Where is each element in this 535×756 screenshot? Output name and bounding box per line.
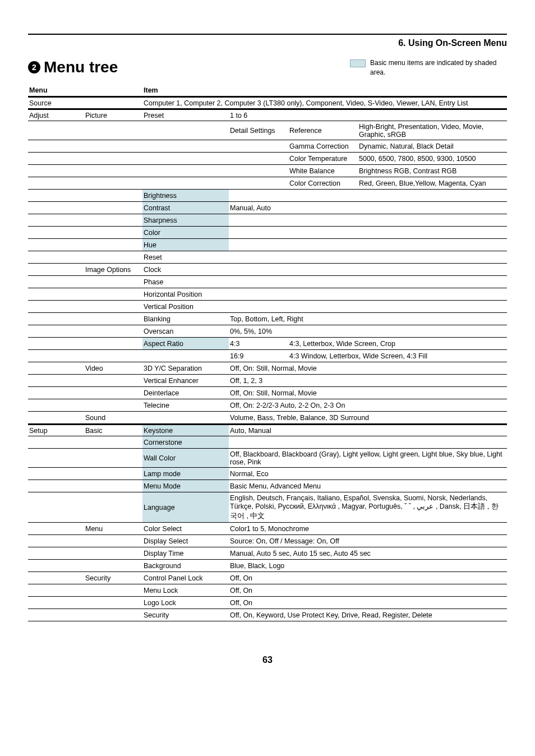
value-cell: Dynamic, Natural, Black Detail bbox=[358, 140, 507, 152]
table-row: Gamma CorrectionDynamic, Natural, Black … bbox=[28, 140, 507, 153]
table-row: BackgroundBlue, Black, Logo bbox=[28, 560, 507, 572]
table-row: TelecineOff, On: 2-2/2-3 Auto, 2-2 On, 2… bbox=[28, 399, 507, 412]
table-row: SourceComputer 1, Computer 2, Computer 3… bbox=[28, 96, 507, 109]
submenu-cell: Menu bbox=[84, 523, 142, 534]
legend-text: Basic menu items are indicated by shaded… bbox=[370, 58, 507, 77]
item-cell: Phase bbox=[142, 276, 229, 288]
table-row: SetupBasicKeystoneAuto, Manual bbox=[28, 424, 507, 436]
table-row: Color Temperature5000, 6500, 7800, 8500,… bbox=[28, 153, 507, 165]
item-cell: Background bbox=[142, 560, 229, 571]
table-row: Sharpness bbox=[28, 214, 507, 227]
item-cell: Reset bbox=[142, 251, 229, 263]
submenu-cell: Video bbox=[84, 362, 142, 374]
table-row: Wall ColorOff, Blackboard, Blackboard (G… bbox=[28, 449, 507, 468]
table-row: Image OptionsClock bbox=[28, 264, 507, 276]
item-cell: Preset bbox=[142, 110, 229, 121]
table-row: Reset bbox=[28, 251, 507, 264]
section-header: 6. Using On-Screen Menu bbox=[28, 38, 507, 48]
table-row: 16:94:3 Window, Letterbox, Wide Screen, … bbox=[28, 350, 507, 362]
col-header-item: Item bbox=[142, 84, 229, 96]
value-cell: Off, On bbox=[229, 572, 507, 584]
value-cell: Off, On bbox=[229, 597, 507, 609]
table-row: Display SelectSource: On, Off / Message:… bbox=[28, 535, 507, 547]
item-cell: Color Select bbox=[142, 523, 229, 534]
table-row: LanguageEnglish, Deutsch, Français, Ital… bbox=[28, 492, 507, 523]
submenu-cell: Basic bbox=[84, 425, 142, 436]
item-cell: Sharpness bbox=[142, 214, 229, 226]
item-cell: Lamp mode bbox=[142, 468, 229, 480]
sub-item-cell: Detail Settings bbox=[229, 121, 288, 140]
item-cell: Security bbox=[142, 609, 229, 621]
value-cell: Volume, Bass, Treble, Balance, 3D Surrou… bbox=[229, 412, 507, 423]
submenu-cell: Sound bbox=[84, 412, 142, 423]
sub-item-cell: Manual, Auto bbox=[229, 202, 288, 214]
param-cell: White Balance bbox=[288, 165, 358, 177]
table-row: BlankingTop, Bottom, Left, Right bbox=[28, 313, 507, 325]
submenu-cell: Image Options bbox=[84, 264, 142, 275]
item-cell: Control Panel Lock bbox=[142, 572, 229, 584]
value-cell: Basic Menu, Advanced Menu bbox=[229, 480, 507, 492]
table-row: Phase bbox=[28, 276, 507, 288]
value-cell: Normal, Eco bbox=[229, 468, 507, 480]
item-cell: Overscan bbox=[142, 325, 229, 337]
item-cell: Telecine bbox=[142, 399, 229, 411]
table-row: Vertical Position bbox=[28, 301, 507, 313]
table-row: White BalanceBrightness RGB, Contrast RG… bbox=[28, 165, 507, 177]
legend: Basic menu items are indicated by shaded… bbox=[350, 58, 507, 77]
menu-tree-table: Menu Item SourceComputer 1, Computer 2, … bbox=[28, 84, 507, 621]
table-row: Horizontal Position bbox=[28, 288, 507, 301]
legend-swatch bbox=[350, 59, 366, 67]
menu-cell: Setup bbox=[28, 425, 84, 436]
value-cell: Computer 1, Computer 2, Computer 3 (LT38… bbox=[142, 98, 507, 108]
table-row: AdjustPicturePreset1 to 6 bbox=[28, 109, 507, 121]
value-cell: High-Bright, Presentation, Video, Movie,… bbox=[358, 121, 507, 140]
value-cell: Off, On, Keyword, Use Protect Key, Drive… bbox=[229, 609, 507, 621]
item-cell: Vertical Position bbox=[142, 301, 229, 312]
item-cell: Horizontal Position bbox=[142, 288, 229, 300]
item-cell: Vertical Enhancer bbox=[142, 375, 229, 386]
menu-cell: Adjust bbox=[28, 110, 84, 121]
value-cell: Brightness RGB, Contrast RGB bbox=[358, 165, 507, 177]
item-cell: Brightness bbox=[142, 190, 229, 201]
item-cell: Clock bbox=[142, 264, 229, 275]
value-cell: Source: On, Off / Message: On, Off bbox=[229, 535, 507, 547]
table-row: Logo LockOff, On bbox=[28, 597, 507, 609]
value-cell: 4:3 Window, Letterbox, Wide Screen, 4:3 … bbox=[288, 350, 507, 362]
item-cell: Deinterlace bbox=[142, 387, 229, 399]
item-cell: Display Time bbox=[142, 547, 229, 559]
sub-item-cell: 1 to 6 bbox=[229, 110, 288, 121]
bullet-number: 2 bbox=[28, 61, 40, 73]
value-cell: Red, Green, Blue,Yellow, Magenta, Cyan bbox=[358, 177, 507, 189]
table-row: Detail SettingsReferenceHigh-Bright, Pre… bbox=[28, 121, 507, 140]
table-row: Display TimeManual, Auto 5 sec, Auto 15 … bbox=[28, 547, 507, 560]
submenu-cell: Security bbox=[84, 572, 142, 584]
table-row: Brightness bbox=[28, 190, 507, 202]
item-cell: Menu Lock bbox=[142, 584, 229, 596]
table-row: Cornerstone bbox=[28, 436, 507, 449]
item-cell: Contrast bbox=[142, 202, 229, 214]
item-cell: Cornerstone bbox=[142, 436, 229, 448]
table-row: MenuColor SelectColor1 to 5, Monochrome bbox=[28, 523, 507, 535]
value-cell: English, Deutsch, Français, Italiano, Es… bbox=[229, 492, 507, 522]
table-row: Video3D Y/C SeparationOff, On: Still, No… bbox=[28, 362, 507, 375]
col-header-menu: Menu bbox=[28, 84, 84, 96]
value-cell: 5000, 6500, 7800, 8500, 9300, 10500 bbox=[358, 153, 507, 164]
table-row: Color bbox=[28, 227, 507, 239]
value-cell: Color1 to 5, Monochrome bbox=[229, 523, 507, 534]
value-cell: Auto, Manual bbox=[229, 425, 507, 436]
value-cell: Blue, Black, Logo bbox=[229, 560, 507, 571]
value-cell: Off, 1, 2, 3 bbox=[229, 375, 507, 386]
submenu-cell: Picture bbox=[84, 110, 142, 121]
page-number: 63 bbox=[28, 655, 507, 665]
value-cell: 0%, 5%, 10% bbox=[229, 325, 507, 337]
item-cell: 3D Y/C Separation bbox=[142, 362, 229, 374]
table-row: Overscan0%, 5%, 10% bbox=[28, 325, 507, 338]
table-row: Hue bbox=[28, 239, 507, 251]
table-row: Lamp modeNormal, Eco bbox=[28, 468, 507, 480]
table-row: Color CorrectionRed, Green, Blue,Yellow,… bbox=[28, 177, 507, 190]
item-cell: Keystone bbox=[142, 425, 229, 436]
value-cell: 4:3, Letterbox, Wide Screen, Crop bbox=[288, 338, 507, 349]
page-title: Menu tree bbox=[44, 58, 118, 76]
param-cell: Reference bbox=[288, 121, 358, 140]
table-row: SecurityControl Panel LockOff, On bbox=[28, 572, 507, 584]
